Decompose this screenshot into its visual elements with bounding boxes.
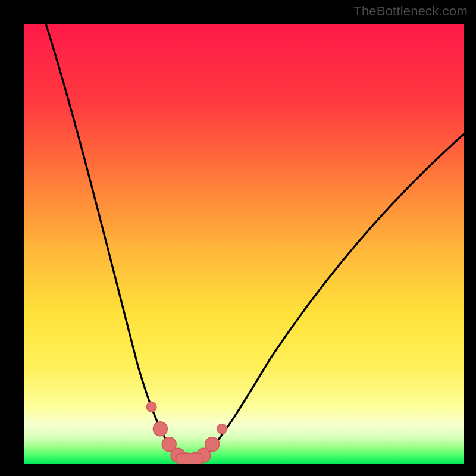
- svg-point-9: [217, 424, 227, 434]
- plot-area: [24, 24, 464, 464]
- watermark-text: TheBottleneck.com: [353, 4, 468, 19]
- svg-point-2: [154, 422, 168, 436]
- frame-left: [0, 0, 24, 476]
- svg-rect-10: [176, 453, 203, 464]
- svg-point-8: [205, 437, 220, 452]
- plot-svg: [24, 24, 464, 464]
- bottleneck-curve: [46, 24, 464, 460]
- frame-bottom: [0, 464, 476, 476]
- highlight-markers: [146, 402, 227, 464]
- svg-point-1: [146, 402, 156, 412]
